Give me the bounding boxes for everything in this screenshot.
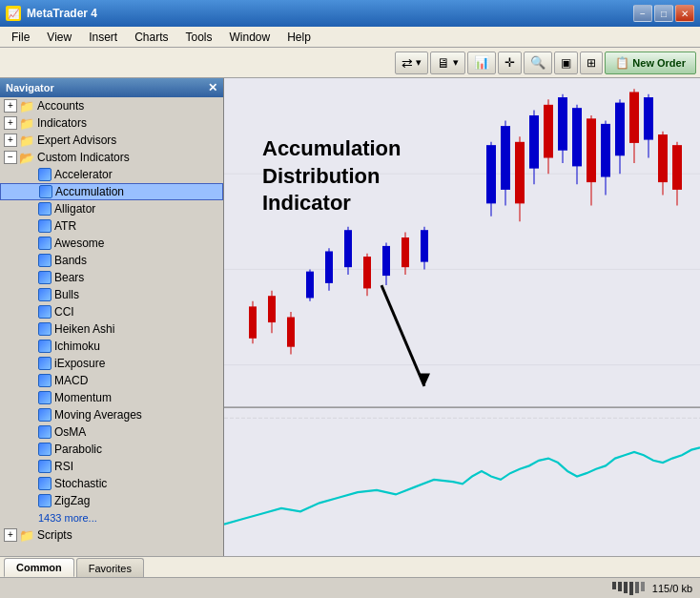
minimize-button[interactable]: − [633, 5, 652, 22]
tree-item-stochastic[interactable]: Stochastic [0, 475, 223, 492]
tab-favorites[interactable]: Favorites [76, 558, 144, 577]
tree-item-rsi[interactable]: RSI [0, 458, 223, 475]
expand-ea[interactable]: + [4, 134, 17, 147]
tree-item-bears[interactable]: Bears [0, 269, 223, 286]
svg-rect-19 [363, 257, 371, 288]
indicator-icon-osma [38, 425, 51, 439]
tree-item-awesome[interactable]: Awesome [0, 235, 223, 252]
tree-item-alligator[interactable]: Alligator [0, 200, 223, 217]
new-order-label: New Order [632, 57, 686, 69]
tree-item-heiken-ashi[interactable]: Heiken Ashi [0, 320, 223, 338]
menu-insert[interactable]: Insert [81, 29, 125, 46]
tree-item-moving-averages[interactable]: Moving Averages [0, 406, 223, 423]
tree-item-more[interactable]: 1433 more... [0, 509, 223, 526]
indicator-icon-heiken-ashi [38, 322, 51, 336]
svg-rect-35 [544, 105, 553, 158]
tree-item-atr[interactable]: ATR [0, 217, 223, 235]
menu-window[interactable]: Window [222, 29, 278, 46]
tree-item-zigzag[interactable]: ZigZag [0, 492, 223, 509]
expert-advisors-label: Expert Advisors [37, 134, 116, 147]
tree-accounts[interactable]: + 📁 Accounts [0, 97, 223, 114]
scripts-folder-icon: 📁 [19, 527, 34, 543]
tree-item-momentum[interactable]: Momentum [0, 389, 223, 406]
alligator-label: Alligator [54, 202, 95, 216]
bulls-label: Bulls [54, 288, 79, 301]
tree-scripts[interactable]: + 📁 Scripts [0, 526, 223, 544]
tree-item-osma[interactable]: OsMA [0, 423, 223, 441]
monitor-icon: 🖥 [437, 55, 450, 71]
close-button[interactable]: ✕ [675, 5, 694, 22]
svg-rect-31 [515, 142, 525, 204]
tree-expert-advisors[interactable]: + 📁 Expert Advisors [0, 132, 223, 149]
indicator-icon-bears [38, 271, 51, 284]
navigator-title: Navigator [6, 82, 54, 93]
new-order-button[interactable]: 📋 New Order [605, 52, 696, 74]
toolbar-btn-7[interactable]: ⊞ [580, 52, 603, 74]
annotation-line3: Indicator [262, 190, 401, 217]
toolbar-btn-4[interactable]: ✛ [498, 52, 522, 74]
menu-file[interactable]: File [4, 29, 37, 46]
menu-view[interactable]: View [39, 29, 79, 46]
expand-indicators[interactable]: + [4, 116, 17, 130]
indicators-folder-icon: 📁 [19, 115, 34, 131]
svg-rect-43 [601, 124, 610, 177]
indicators-label: Indicators [37, 116, 87, 130]
expand-scripts[interactable]: + [4, 528, 17, 542]
tree-item-bands[interactable]: Bands [0, 252, 223, 269]
accelerator-label: Accelerator [54, 168, 113, 181]
indicator-icon-moving-averages [38, 408, 51, 422]
indicator-icon-momentum [38, 391, 51, 404]
menu-bar: File View Insert Charts Tools Window Hel… [0, 27, 700, 48]
tree-item-bulls[interactable]: Bulls [0, 286, 223, 303]
svg-rect-51 [658, 134, 668, 182]
tree-item-parabolic[interactable]: Parabolic [0, 441, 223, 458]
toolbar-btn-3[interactable]: 📊 [467, 52, 496, 74]
zoom-icon: 🔍 [530, 55, 546, 70]
tree-item-ichimoku[interactable]: Ichimoku [0, 338, 223, 355]
menu-charts[interactable]: Charts [127, 29, 175, 46]
navigator-close-button[interactable]: ✕ [208, 81, 217, 94]
navigator-header: Navigator ✕ [0, 78, 223, 97]
crosshair-icon: ✛ [504, 55, 515, 70]
annotation-line1: Accumulation [262, 135, 401, 163]
scripts-label: Scripts [37, 528, 72, 542]
custom-indicators-label: Custom Indicators [37, 151, 130, 164]
tree-item-accelerator[interactable]: Accelerator [0, 166, 223, 183]
momentum-label: Momentum [54, 391, 112, 404]
chart-icon: 📊 [474, 55, 489, 70]
tree-item-accumulation[interactable]: Accumulation [0, 183, 223, 200]
tree-custom-indicators[interactable]: − 📂 Custom Indicators [0, 149, 223, 166]
indicator-icon-zigzag [38, 494, 51, 507]
maximize-button[interactable]: □ [654, 5, 673, 22]
tab-common[interactable]: Common [4, 558, 74, 577]
main-content: Navigator ✕ + 📁 Accounts + 📁 Indicators [0, 78, 700, 556]
moving-averages-label: Moving Averages [54, 408, 142, 422]
toolbar-btn-6[interactable]: ▣ [554, 52, 578, 74]
toolbar-btn-2[interactable]: 🖥 ▾ [430, 52, 465, 74]
nav-tree-content[interactable]: + 📁 Accounts + 📁 Indicators + 📁 Expert A… [0, 97, 223, 556]
svg-rect-21 [382, 246, 390, 276]
arrows-icon: ⇄ [401, 55, 413, 71]
toolbar-btn-5[interactable]: 🔍 [524, 52, 552, 74]
indicator-icon-ichimoku [38, 340, 51, 353]
expand-custom[interactable]: − [4, 151, 17, 164]
dropdown-arrow: ▾ [416, 56, 422, 69]
svg-rect-15 [325, 251, 333, 282]
grid-icon: ⊞ [587, 56, 596, 70]
svg-rect-7 [249, 306, 257, 338]
menu-tools[interactable]: Tools [178, 29, 220, 46]
expand-accounts[interactable]: + [4, 99, 17, 113]
atr-label: ATR [54, 219, 76, 233]
bears-label: Bears [54, 271, 84, 284]
tree-indicators[interactable]: + 📁 Indicators [0, 114, 223, 132]
title-bar-buttons: − □ ✕ [633, 5, 694, 22]
menu-help[interactable]: Help [279, 29, 319, 46]
chart-panel: Accumulation Distribution Indicator [224, 78, 700, 556]
tree-item-cci[interactable]: CCI [0, 303, 223, 320]
rsi-label: RSI [54, 460, 73, 473]
heiken-ashi-label: Heiken Ashi [54, 322, 114, 336]
toolbar-btn-1[interactable]: ⇄ ▾ [395, 52, 428, 74]
tree-item-macd[interactable]: MACD [0, 372, 223, 389]
app-icon: 📈 [6, 6, 21, 21]
tree-item-iexposure[interactable]: iExposure [0, 355, 223, 372]
